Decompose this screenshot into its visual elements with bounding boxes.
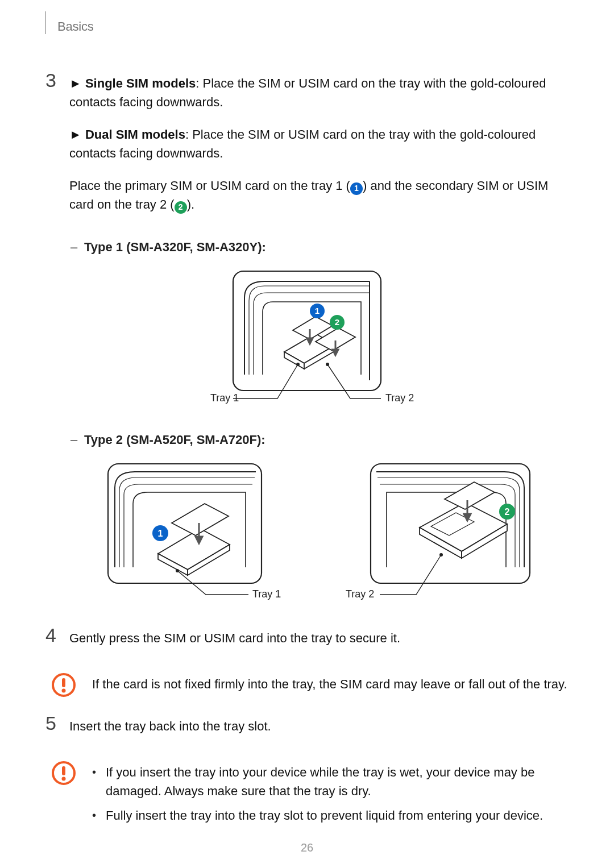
type2-diagram-left: 1 Tray 1 <box>103 459 297 607</box>
bullet-2: •Fully insert the tray into the tray slo… <box>92 806 569 825</box>
step-body: Gently press the SIM or USIM card into t… <box>69 623 569 661</box>
type2-heading: – Type 2 (SM-A520F, SM-A720F): <box>70 430 569 449</box>
type2-diagram-right: 2 Tray 2 <box>342 459 536 607</box>
svg-point-30 <box>62 689 66 693</box>
type2-label: Type 2 (SM-A520F, SM-A720F): <box>84 430 265 449</box>
page-number: 26 <box>0 841 614 854</box>
caution-2: •If you insert the tray into your device… <box>51 759 569 830</box>
type1-label: Type 1 (SM-A320F, SM-A320Y): <box>84 238 266 256</box>
svg-text:1: 1 <box>158 529 163 538</box>
single-sim-label: Single SIM models <box>85 76 196 90</box>
svg-point-33 <box>62 777 66 781</box>
figure-type2: 1 Tray 1 2 Tr <box>70 459 569 607</box>
bullet-1: •If you insert the tray into your device… <box>92 763 569 800</box>
svg-rect-32 <box>62 766 65 775</box>
placement-pre: Place the primary SIM or USIM card on th… <box>69 178 350 193</box>
step-4: 4 Gently press the SIM or USIM card into… <box>45 623 569 661</box>
section-label: Basics <box>57 19 94 34</box>
badge-1-icon: 1 <box>350 182 363 195</box>
caution-1: If the card is not fixed firmly into the… <box>51 671 569 697</box>
bullet-1-text: If you insert the tray into your device … <box>106 763 569 800</box>
placement-post: ). <box>187 197 194 211</box>
step4-text: Gently press the SIM or USIM card into t… <box>69 629 569 647</box>
step-3: 3 ► Single SIM models: Place the SIM or … <box>45 68 569 227</box>
caution-icon <box>51 672 76 697</box>
bullet-2-text: Fully insert the tray into the tray slot… <box>106 806 543 825</box>
step-body: ► Single SIM models: Place the SIM or US… <box>69 68 569 227</box>
badge-2-icon: 2 <box>175 201 187 214</box>
triangle-icon: ► <box>69 125 82 144</box>
step-5: 5 Insert the tray back into the tray slo… <box>45 711 569 749</box>
svg-marker-5 <box>333 350 338 355</box>
svg-text:1: 1 <box>315 306 320 315</box>
manual-page: Basics 3 ► Single SIM models: Place the … <box>0 0 614 867</box>
svg-text:Tray 2: Tray 2 <box>385 392 414 404</box>
dual-sim-line: ► Dual SIM models: Place the SIM or USIM… <box>69 125 569 163</box>
dash-icon: – <box>70 430 84 449</box>
type1-block: – Type 1 (SM-A320F, SM-A320Y): <box>70 238 569 256</box>
figure-type1: 1 2 Tray 1 Tray 2 <box>45 267 569 414</box>
triangle-icon: ► <box>69 74 82 93</box>
svg-text:Tray 1: Tray 1 <box>252 588 281 600</box>
svg-text:2: 2 <box>335 317 339 327</box>
placement-line: Place the primary SIM or USIM card on th… <box>69 176 569 214</box>
step-number: 4 <box>45 623 69 661</box>
step-number: 5 <box>45 711 69 749</box>
caution-text: If the card is not fixed firmly into the… <box>92 671 569 693</box>
caution-icon <box>51 761 76 786</box>
bullet-icon: • <box>92 806 106 825</box>
svg-text:Tray 1: Tray 1 <box>210 392 239 404</box>
bullet-icon: • <box>92 763 106 800</box>
svg-rect-29 <box>62 678 65 687</box>
svg-text:2: 2 <box>505 507 510 517</box>
step5-text: Insert the tray back into the tray slot. <box>69 717 569 736</box>
step-body: Insert the tray back into the tray slot. <box>69 711 569 749</box>
svg-text:Tray 2: Tray 2 <box>346 588 374 600</box>
caution-bullets: •If you insert the tray into your device… <box>92 759 569 830</box>
step-number: 3 <box>45 68 69 227</box>
section-header: Basics <box>45 11 569 34</box>
type1-diagram: 1 2 Tray 1 Tray 2 <box>188 267 426 414</box>
dual-sim-label: Dual SIM models <box>85 127 185 142</box>
single-sim-line: ► Single SIM models: Place the SIM or US… <box>69 74 569 111</box>
dash-icon: – <box>70 238 84 256</box>
type2-block: – Type 2 (SM-A520F, SM-A720F): <box>70 430 569 449</box>
type1-heading: – Type 1 (SM-A320F, SM-A320Y): <box>70 238 569 256</box>
